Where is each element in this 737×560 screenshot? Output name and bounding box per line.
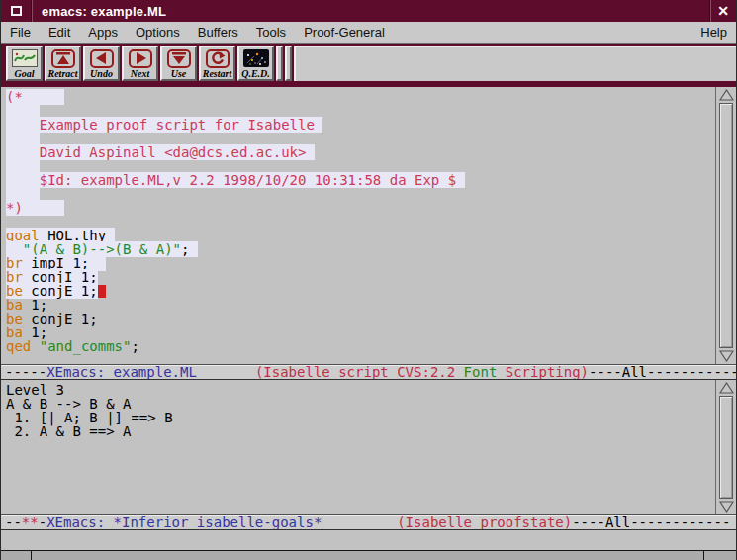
toolbar-button-label: Restart [203,68,231,79]
scroll-up-icon[interactable] [717,381,735,395]
token [456,172,464,188]
toolbar-filler [294,46,736,81]
use-button[interactable]: Use [160,46,197,81]
minibuffer[interactable] [1,530,736,550]
token: 2. A & B ==> A [6,423,131,439]
scrollbar-thumb[interactable] [719,103,733,348]
scroll-down-icon[interactable] [717,500,735,513]
token [189,241,197,257]
modeline-segment: ** [22,514,39,530]
menu-item-apps[interactable]: Apps [79,22,127,43]
token [23,200,64,216]
script-line: ba 1; [6,298,715,312]
script-buffer[interactable]: (* Example proof script for Isabelle Dav… [1,87,715,364]
script-buffer-window: (* Example proof script for Isabelle Dav… [1,87,736,364]
restart-icon [206,48,230,68]
text-cursor [98,285,106,298]
menu-item-proof-general[interactable]: Proof-General [295,22,394,43]
titlebar: emacs: example.ML ✕ [1,0,736,22]
goals-line: 1. [| A; B |] ==> B [6,411,715,424]
script-line [6,159,715,173]
token [315,117,322,133]
script-line: qed "and_comms"; [6,339,715,353]
script-line [6,187,715,201]
xemacs-window: emacs: example.ML ✕ FileEditAppsOptionsB… [0,0,737,560]
modeline-segment: XEmacs: *Inferior isabelle-goals* [46,514,322,530]
toolbar-button-label: Use [171,68,187,79]
menu-item-file[interactable]: File [1,22,40,43]
window-title: emacs: example.ML [32,4,709,19]
goals-line: A & B --> B & A [6,397,715,411]
menu-item-tools[interactable]: Tools [247,22,295,43]
goals-modeline: --**-XEmacs: *Inferior isabelle-goals* (… [1,514,736,530]
goals-buffer-window: Level 3A & B --> B & A 1. [| A; B |] ==>… [1,380,736,514]
scrollbar-thumb[interactable] [719,396,733,499]
modeline-segment: - [39,514,46,530]
goals-line: Level 3 [6,383,715,397]
window-menu-icon [11,6,22,16]
retract-icon [51,48,75,68]
token: $Id: example.ML,v 2.2 1998/10/20 10:31:5… [40,172,456,188]
toolbar-button-label: Retract [48,68,78,79]
use-icon [167,48,191,68]
goals-line: 2. A & B ==> A [6,424,715,438]
toolbar-separator [285,46,292,81]
goals-buffer[interactable]: Level 3A & B --> B & A 1. [| A; B |] ==>… [1,380,715,514]
qed-icon [243,48,269,68]
scroll-up-icon[interactable] [717,88,735,102]
next-icon [129,48,152,68]
token: "and_comms" [40,338,132,354]
script-line: br impI 1; [6,256,715,270]
window-menu-button[interactable] [1,0,31,22]
menubar: FileEditAppsOptionsBuffersToolsProof-Gen… [1,22,736,44]
token [31,338,39,354]
script-line: "(A & B)-->(B & A)"; [6,242,715,256]
undo-button[interactable]: Undo [83,46,120,81]
script-line: $Id: example.ML,v 2.2 1998/10/20 10:31:5… [6,173,715,187]
restart-button[interactable]: Restart [199,46,235,81]
qed-button[interactable]: Q.E.D. [237,46,274,81]
token: David Aspinall <da@dcs.ed.ac.uk> [40,144,307,160]
toolbar-button-label: Next [131,68,149,79]
modeline-segment: Scripting) [497,364,589,380]
menu-item-help[interactable]: Help [691,22,736,43]
toolbar-button-label: Q.E.D. [241,68,270,79]
script-line: be conjE 1; [6,284,715,298]
toolbar: Goal Retract Undo [1,44,736,87]
token: ; [131,338,138,354]
goals-scrollbar[interactable] [715,380,736,514]
script-line [6,104,715,118]
modeline-segment [197,364,255,380]
modeline-segment: (Isabelle script CVS:2.2 [255,364,464,380]
menu-item-edit[interactable]: Edit [40,22,79,43]
modeline-segment: XEmacs: example.ML [46,364,197,380]
goal-button[interactable]: Goal [6,46,43,81]
script-line: (* [6,90,715,104]
script-line: ba 1; [6,326,715,339]
token: qed [6,338,31,354]
menu-item-buffers[interactable]: Buffers [189,22,247,43]
script-line [6,215,715,229]
script-line: be conjE 1; [6,312,715,326]
toolbar-button-label: Goal [15,68,35,79]
modeline-segment: (Isabelle proofstate) [397,514,572,530]
modeline-segment [322,514,397,530]
script-scrollbar[interactable] [715,87,736,364]
menu-item-options[interactable]: Options [127,22,189,43]
script-line: goal HOL.thy [6,229,715,242]
toolbar-separator [276,46,283,81]
next-button[interactable]: Next [122,46,158,81]
modeline-segment: ----All------------ [589,364,736,380]
close-icon[interactable]: ✕ [710,0,736,22]
modeline-segment: Font [464,364,498,380]
toolbar-button-label: Undo [90,68,113,79]
resize-bar-divider [31,551,32,560]
token: *) [6,200,23,216]
resize-bar-divider [703,551,704,560]
modeline-segment: ----- [5,364,46,380]
scroll-down-icon[interactable] [717,349,735,363]
retract-button[interactable]: Retract [45,46,81,81]
undo-icon [90,48,114,68]
script-line: *) [6,201,715,215]
bottom-resize-bar[interactable] [1,550,736,560]
